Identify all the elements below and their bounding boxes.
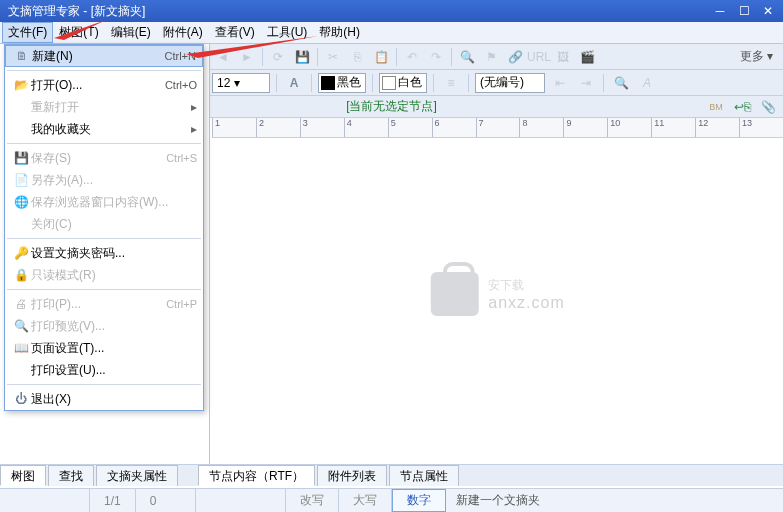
maximize-button[interactable]: ☐ <box>733 3 755 19</box>
ruler-tick: 6 <box>432 118 476 137</box>
redo-icon[interactable]: ↷ <box>425 46 447 68</box>
menu-separator <box>7 143 201 144</box>
menu-shortcut: Ctrl+S <box>166 152 197 164</box>
menu-item: 🌐保存浏览器窗口内容(W)... <box>5 191 203 213</box>
menubar: 文件(F) 树图(T) 编辑(E) 附件(A) 查看(V) 工具(U) 帮助(H… <box>0 22 783 44</box>
color-label: 黑色 <box>337 74 361 91</box>
menu-separator <box>7 384 201 385</box>
menu-separator <box>7 70 201 71</box>
separator <box>372 74 373 92</box>
numbering-dropdown[interactable]: (无编号) <box>475 73 545 93</box>
indent-left-icon[interactable]: ⇤ <box>549 72 571 94</box>
readonly-icon: 🔒 <box>11 268 31 282</box>
menu-help[interactable]: 帮助(H) <box>313 22 366 43</box>
menu-item-label: 打印设置(U)... <box>31 362 197 379</box>
saveas-icon: 📄 <box>11 173 31 187</box>
ruler-tick: 9 <box>563 118 607 137</box>
close-button[interactable]: ✕ <box>757 3 779 19</box>
save-icon: 💾 <box>11 151 31 165</box>
titlebar: 文摘管理专家 - [新文摘夹] ─ ☐ ✕ <box>0 0 783 22</box>
indent-right-icon[interactable]: ⇥ <box>575 72 597 94</box>
ruler-tick: 4 <box>344 118 388 137</box>
menu-edit[interactable]: 编辑(E) <box>105 22 157 43</box>
tab-node-props[interactable]: 节点属性 <box>389 465 459 486</box>
key-icon: 🔑 <box>11 246 31 260</box>
menu-item-label: 另存为(A)... <box>31 172 197 189</box>
menu-item-label: 保存(S) <box>31 150 166 167</box>
menu-item-label: 重新打开 <box>31 99 191 116</box>
video-icon[interactable]: 🎬 <box>576 46 598 68</box>
tab-tree[interactable]: 树图 <box>0 465 46 486</box>
link-back-icon[interactable]: ↩⎘ <box>731 96 753 118</box>
ruler-tick: 12 <box>695 118 739 137</box>
undo-icon[interactable]: ↶ <box>401 46 423 68</box>
toolbar-more[interactable]: 更多 ▾ <box>734 48 779 65</box>
status-caps: 大写 <box>339 489 392 512</box>
submenu-arrow-icon: ▸ <box>191 100 197 114</box>
tab-folder-props[interactable]: 文摘夹属性 <box>96 465 178 486</box>
status-page: 1/1 <box>90 489 136 512</box>
menu-separator <box>7 289 201 290</box>
find-icon[interactable]: 🔍 <box>456 46 478 68</box>
menu-shortcut: Ctrl+P <box>166 298 197 310</box>
ruler-tick: 2 <box>256 118 300 137</box>
attach-icon[interactable]: 📎 <box>757 96 779 118</box>
window-title: 文摘管理专家 - [新文摘夹] <box>4 3 707 20</box>
bold-icon[interactable]: A <box>283 72 305 94</box>
menu-item-label: 我的收藏夹 <box>31 121 191 138</box>
status-count: 0 <box>136 489 196 512</box>
bg-color-button[interactable]: 白色 <box>379 73 427 93</box>
menu-item-label: 页面设置(T)... <box>31 340 197 357</box>
tab-attachments[interactable]: 附件列表 <box>317 465 387 486</box>
font-size-dropdown[interactable]: 12 ▾ <box>212 73 270 93</box>
menu-item-label: 打开(O)... <box>31 77 165 94</box>
watermark: 安下载 anxz.com <box>430 272 564 316</box>
zoom-icon[interactable]: 🔍 <box>610 72 632 94</box>
separator <box>468 74 469 92</box>
ruler-tick: 8 <box>519 118 563 137</box>
cut-icon[interactable]: ✂ <box>322 46 344 68</box>
menu-item-label: 设置文摘夹密码... <box>31 245 197 262</box>
page-setup-icon: 📖 <box>11 341 31 355</box>
menu-file[interactable]: 文件(F) <box>2 22 53 43</box>
separator <box>451 48 452 66</box>
copy-icon[interactable]: ⎘ <box>346 46 368 68</box>
paste-icon[interactable]: 📋 <box>370 46 392 68</box>
link-icon[interactable]: 🔗 <box>504 46 526 68</box>
swatch-white <box>382 76 396 90</box>
editor-area[interactable]: 安下载 anxz.com <box>212 138 783 464</box>
separator <box>276 74 277 92</box>
menu-item: 💾保存(S)Ctrl+S <box>5 147 203 169</box>
menu-item: 关闭(C) <box>5 213 203 235</box>
status-message: 新建一个文摘夹 <box>446 492 540 509</box>
menu-item-label: 打印(P)... <box>31 296 166 313</box>
menu-item[interactable]: 我的收藏夹▸ <box>5 118 203 140</box>
menu-item[interactable]: ⏻退出(X) <box>5 388 203 410</box>
menu-item[interactable]: 📂打开(O)...Ctrl+O <box>5 74 203 96</box>
text-color-button[interactable]: 黑色 <box>318 73 366 93</box>
menu-item[interactable]: 打印设置(U)... <box>5 359 203 381</box>
tab-search[interactable]: 查找 <box>48 465 94 486</box>
file-menu-dropdown: 🗎新建(N)Ctrl+N📂打开(O)...Ctrl+O重新打开▸我的收藏夹▸💾保… <box>4 44 204 411</box>
separator <box>603 74 604 92</box>
exit-icon: ⏻ <box>11 392 31 406</box>
ruler-tick: 3 <box>300 118 344 137</box>
menu-item-label: 新建(N) <box>32 48 165 65</box>
ruler-tick: 11 <box>651 118 695 137</box>
menu-item[interactable]: 📖页面设置(T)... <box>5 337 203 359</box>
image-icon[interactable]: 🖼 <box>552 46 574 68</box>
tab-node-content[interactable]: 节点内容（RTF） <box>198 465 315 486</box>
minimize-button[interactable]: ─ <box>709 3 731 19</box>
align-left-icon[interactable]: ≡ <box>440 72 462 94</box>
url-icon[interactable]: URL <box>528 46 550 68</box>
submenu-arrow-icon: ▸ <box>191 122 197 136</box>
status-cell-3 <box>196 489 286 512</box>
bookmark-icon[interactable]: BM <box>705 96 727 118</box>
flag-icon[interactable]: ⚑ <box>480 46 502 68</box>
menu-separator <box>7 238 201 239</box>
menu-item[interactable]: 🔑设置文摘夹密码... <box>5 242 203 264</box>
browser-icon: 🌐 <box>11 195 31 209</box>
menu-item: 📄另存为(A)... <box>5 169 203 191</box>
font-icon[interactable]: A <box>636 72 658 94</box>
bag-icon <box>430 272 478 316</box>
